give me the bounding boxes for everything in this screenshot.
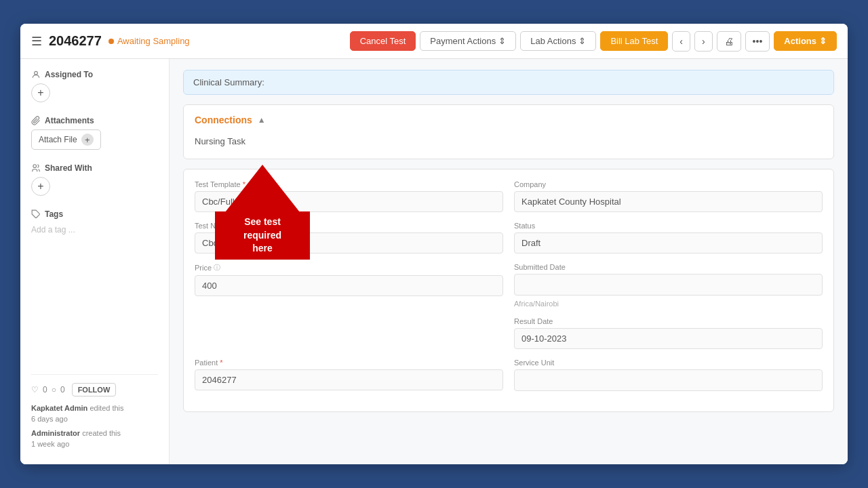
menu-icon[interactable]: ☰ <box>31 34 42 49</box>
svg-point-0 <box>35 71 38 75</box>
shared-with-section: Shared With + <box>31 163 158 196</box>
patient-required-star: * <box>220 359 222 367</box>
connections-section: Connections ▲ Nursing Task <box>183 104 834 159</box>
likes-count: 0 <box>43 385 47 394</box>
status-label: Status <box>514 222 823 230</box>
status-badge: Awaiting Sampling <box>108 36 190 46</box>
form-row-4: Result Date 09-10-2023 <box>195 317 823 349</box>
svg-point-1 <box>33 165 37 168</box>
connections-title: Connections <box>195 115 252 125</box>
service-unit-label: Service Unit <box>514 359 823 367</box>
cancel-test-button[interactable]: Cancel Test <box>350 31 416 51</box>
result-date-group: Result Date 09-10-2023 <box>514 317 823 349</box>
status-value[interactable]: Draft <box>514 232 823 253</box>
assigned-to-section: Assigned To + <box>31 70 158 102</box>
test-template-value[interactable]: Cbc/Full Haemogram <box>195 191 503 212</box>
test-template-group: Test Template * Cbc/Full Haemogram <box>195 180 503 212</box>
assigned-to-title: Assigned To <box>31 70 158 79</box>
form-row-5: Patient * 2046277 Service Unit <box>195 359 823 391</box>
price-value[interactable]: 400 <box>195 275 503 296</box>
patient-label: Patient * <box>195 359 503 367</box>
test-name-label: Test Name <box>195 222 503 230</box>
test-name-with-tooltip: Cbc/Full Haemogram See test requiredhere <box>195 232 503 253</box>
activity-item-1: Administrator created this 1 week ago <box>31 428 158 449</box>
tags-title: Tags <box>31 209 158 219</box>
topbar-actions: Cancel Test Payment Actions ⇕ Lab Action… <box>350 31 837 52</box>
clinical-summary: Clinical Summary: <box>183 70 834 95</box>
document-id: 2046277 <box>49 33 102 49</box>
nav-prev-button[interactable]: ‹ <box>672 31 690 52</box>
price-info-icon: ⓘ <box>214 263 220 272</box>
result-date-value[interactable]: 09-10-2023 <box>514 328 823 349</box>
nav-next-button[interactable]: › <box>694 31 713 52</box>
activity-section: ♡ 0 ○ 0 FOLLOW Kapkatet Admin edited thi… <box>31 374 158 453</box>
like-comment: ♡ 0 ○ 0 <box>31 385 65 394</box>
content-area: Assigned To + Attachments Attach File + <box>20 59 848 464</box>
bill-lab-test-button[interactable]: Bill Lab Test <box>600 31 668 51</box>
submitted-date-group: Submitted Date Africa/Nairobi <box>514 263 823 308</box>
follow-button[interactable]: FOLLOW <box>72 383 117 396</box>
timezone-hint: Africa/Nairobi <box>514 300 823 308</box>
payment-actions-button[interactable]: Payment Actions ⇕ <box>420 31 516 51</box>
attach-plus-icon: + <box>81 134 94 146</box>
more-button[interactable]: ••• <box>745 31 770 52</box>
company-group: Company Kapkatet County Hospital <box>514 180 823 212</box>
status-text: Awaiting Sampling <box>117 36 190 46</box>
actions-button[interactable]: Actions ⇕ <box>774 31 837 51</box>
add-tag-placeholder[interactable]: Add a tag ... <box>31 225 75 235</box>
chevron-up-icon[interactable]: ▲ <box>258 115 266 125</box>
add-shared-button[interactable]: + <box>31 177 50 196</box>
connection-item-0: Nursing Task <box>195 134 823 149</box>
main-window: ☰ 2046277 Awaiting Sampling Cancel Test … <box>20 24 848 464</box>
result-date-label: Result Date <box>514 317 823 325</box>
test-template-label: Test Template * <box>195 180 503 188</box>
company-label: Company <box>514 180 823 188</box>
test-name-group: Test Name Cbc/Full Haemogram See test re… <box>195 222 503 253</box>
patient-group: Patient * 2046277 <box>195 359 503 391</box>
price-group: Price ⓘ 400 <box>195 263 503 308</box>
attachments-title: Attachments <box>31 116 158 125</box>
comment-icon[interactable]: ○ <box>52 385 56 394</box>
form-card: Test Template * Cbc/Full Haemogram Compa… <box>183 169 834 412</box>
connections-header: Connections ▲ <box>195 115 823 125</box>
status-group: Status Draft <box>514 222 823 253</box>
follow-section: ♡ 0 ○ 0 FOLLOW <box>31 383 158 396</box>
submitted-date-value[interactable] <box>514 274 823 296</box>
patient-value[interactable]: 2046277 <box>195 369 503 390</box>
form-row-3: Price ⓘ 400 Submitted Date Africa/Nairob… <box>195 263 823 308</box>
topbar: ☰ 2046277 Awaiting Sampling Cancel Test … <box>20 24 848 59</box>
sidebar: Assigned To + Attachments Attach File + <box>20 59 170 464</box>
attachments-section: Attachments Attach File + <box>31 116 158 150</box>
form-row-1: Test Template * Cbc/Full Haemogram Compa… <box>195 180 823 212</box>
heart-icon[interactable]: ♡ <box>31 385 39 394</box>
price-label: Price ⓘ <box>195 263 503 272</box>
attach-file-button[interactable]: Attach File + <box>31 129 101 150</box>
lab-actions-button[interactable]: Lab Actions ⇕ <box>520 31 596 51</box>
status-dot <box>108 39 114 44</box>
service-unit-group: Service Unit <box>514 359 823 391</box>
comments-count: 0 <box>60 385 65 394</box>
print-button[interactable]: 🖨 <box>717 31 741 52</box>
test-name-value[interactable]: Cbc/Full Haemogram <box>195 232 503 253</box>
submitted-date-label: Submitted Date <box>514 263 823 271</box>
activity-item-0: Kapkatet Admin edited this 6 days ago <box>31 403 158 424</box>
topbar-left: ☰ 2046277 Awaiting Sampling <box>31 33 342 49</box>
main-content: Clinical Summary: Connections ▲ Nursing … <box>170 59 848 464</box>
company-value[interactable]: Kapkatet County Hospital <box>514 191 823 212</box>
service-unit-value[interactable] <box>514 369 823 391</box>
empty-group <box>195 317 503 349</box>
required-star: * <box>243 180 245 188</box>
shared-with-title: Shared With <box>31 163 158 173</box>
add-assigned-button[interactable]: + <box>31 83 50 102</box>
tags-section: Tags Add a tag ... <box>31 209 158 235</box>
form-row-2: Test Name Cbc/Full Haemogram See test re… <box>195 222 823 253</box>
